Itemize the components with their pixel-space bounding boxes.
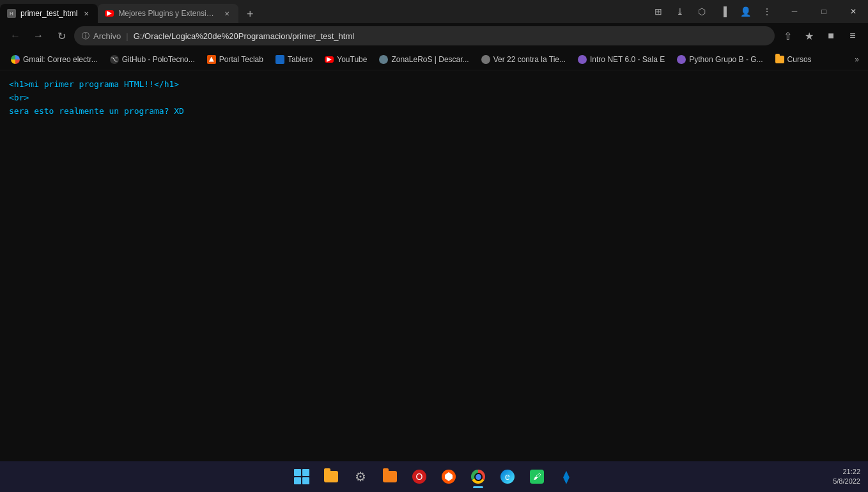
taskbar: ⚙ O e 🖌 ⧫: [0, 461, 868, 492]
tablero-favicon: [275, 54, 285, 65]
bookmark-youtube[interactable]: YouTube: [319, 51, 372, 68]
forward-button[interactable]: →: [28, 26, 49, 46]
bookmark-gmail-label: Gmail: Correo electr...: [23, 55, 98, 64]
downloads-icon[interactable]: ⤓: [670, 1, 690, 22]
bookmark-github[interactable]: ⌥ GitHub - PoloTecno...: [104, 51, 200, 68]
bookmarks-more[interactable]: »: [851, 53, 863, 66]
minimize-button[interactable]: ─: [780, 0, 809, 23]
bookmark-ver22-label: Ver 22 contra la Tie...: [493, 55, 566, 64]
url-path: G:/Oracle/Logica%20de%20Programacion/pri…: [134, 31, 354, 41]
portal-favicon: [206, 54, 217, 65]
menu-icon[interactable]: ⋮: [757, 1, 777, 22]
user-profile-nav-icon[interactable]: ≡: [842, 26, 863, 46]
bookmark-zona-label: ZonaLeRoS | Descar...: [391, 55, 469, 64]
taskbar-chrome-button[interactable]: [465, 464, 491, 489]
edge-icon: e: [500, 470, 515, 484]
gmail-favicon: [10, 54, 20, 65]
clock-time: 21:22: [842, 467, 860, 477]
tab-2-close[interactable]: ✕: [222, 8, 232, 19]
lock-icon: ⓘ: [82, 31, 89, 42]
bookmark-cursos[interactable]: Cursos: [770, 51, 817, 68]
tab-2[interactable]: Mejores Plugins y Extensiones de ✕: [98, 4, 238, 23]
tab-1-favicon: H: [6, 8, 17, 19]
taskbar-clock[interactable]: 21:22 5/8/2022: [833, 467, 860, 487]
taskbar-folder2-button[interactable]: [377, 464, 403, 489]
vscode-icon: ⧫: [559, 470, 573, 484]
gear-icon: ⚙: [355, 469, 366, 484]
close-button[interactable]: ✕: [839, 0, 868, 23]
bookmark-python[interactable]: Python Grupo B - G...: [671, 51, 768, 68]
bookmark-star-icon[interactable]: ★: [799, 26, 819, 46]
titlebar: H primer_test_html ✕ Mejores Plugins y E…: [0, 0, 868, 23]
bookmark-youtube-label: YouTube: [337, 55, 367, 64]
bookmark-zona[interactable]: ZonaLeRoS | Descar...: [373, 51, 474, 68]
chrome-icon: [471, 470, 485, 484]
sidebar-icon[interactable]: ▐: [713, 1, 734, 22]
bookmark-github-label: GitHub - PoloTecno...: [122, 55, 195, 64]
bookmark-python-label: Python Grupo B - G...: [689, 55, 763, 64]
tab-2-favicon: [104, 8, 114, 19]
github-favicon: ⌥: [109, 54, 120, 65]
tabs-area: H primer_test_html ✕ Mejores Plugins y E…: [0, 0, 648, 23]
ver22-favicon: [481, 54, 491, 65]
taskbar-right: 21:22 5/8/2022: [833, 461, 860, 492]
tab-1[interactable]: H primer_test_html ✕: [0, 4, 98, 23]
bookmark-intro-label: Intro NET 6.0 - Sala E: [590, 55, 665, 64]
navbar: ← → ↻ ⓘ Archivo | G:/Oracle/Logica%20de%…: [0, 23, 868, 49]
reload-button[interactable]: ↻: [51, 26, 72, 46]
tab-2-label: Mejores Plugins y Extensiones de: [118, 9, 218, 18]
bookmarks-bar: Gmail: Correo electr... ⌥ GitHub - PoloT…: [0, 49, 868, 70]
cursos-favicon: [775, 54, 785, 65]
bookmark-intro[interactable]: Intro NET 6.0 - Sala E: [572, 51, 670, 68]
brave-icon: [442, 470, 456, 484]
nav-right-icons: ⇧ ★ ■ ≡: [777, 26, 863, 46]
profiles-icon[interactable]: ⊞: [648, 1, 669, 22]
bookmark-cursos-label: Cursos: [787, 55, 812, 64]
paint-icon: 🖌: [530, 470, 544, 484]
taskbar-paint-button[interactable]: 🖌: [524, 464, 550, 489]
page-content: <h1>mi primer programa HTML!!</h1> <br> …: [0, 70, 868, 461]
opera-icon: O: [412, 470, 426, 484]
folder2-icon: [383, 471, 397, 482]
taskbar-edge-button[interactable]: e: [495, 464, 520, 489]
page-line-1: <h1>mi primer programa HTML!!</h1>: [9, 78, 859, 91]
extensions-icon[interactable]: ⬡: [692, 1, 712, 22]
bookmark-ver22[interactable]: Ver 22 contra la Tie...: [476, 51, 571, 68]
bookmark-tablero-label: Tablero: [288, 55, 313, 64]
bookmark-portal[interactable]: Portal Teclab: [201, 51, 268, 68]
page-line-3: sera esto realmente un programa? XD: [9, 105, 859, 118]
extension-puzzle-icon[interactable]: ■: [821, 26, 841, 46]
titlebar-icons: ⊞ ⤓ ⬡ ▐ 👤 ⋮: [648, 0, 780, 23]
profile-icon[interactable]: 👤: [735, 1, 756, 22]
back-button[interactable]: ←: [5, 26, 26, 46]
taskbar-windows-button[interactable]: [289, 464, 314, 489]
clock-date: 5/8/2022: [833, 477, 860, 486]
folder-icon: [324, 471, 338, 482]
url-protocol: Archivo: [93, 31, 121, 41]
bookmark-gmail[interactable]: Gmail: Correo electr...: [5, 51, 103, 68]
page-line-2: <br>: [9, 91, 859, 105]
maximize-button[interactable]: □: [809, 0, 839, 23]
address-bar[interactable]: ⓘ Archivo | G:/Oracle/Logica%20de%20Prog…: [74, 26, 775, 45]
taskbar-settings-button[interactable]: ⚙: [348, 464, 373, 489]
window-controls: ─ □ ✕: [780, 0, 868, 23]
taskbar-icons: ⚙ O e 🖌 ⧫: [289, 464, 579, 489]
tab-1-close[interactable]: ✕: [81, 8, 91, 19]
new-tab-button[interactable]: +: [241, 5, 259, 23]
taskbar-opera-button[interactable]: O: [407, 464, 432, 489]
windows-logo-icon: [294, 469, 309, 484]
zona-favicon: [378, 54, 389, 65]
taskbar-brave-button[interactable]: [436, 464, 461, 489]
share-icon[interactable]: ⇧: [777, 26, 798, 46]
youtube-favicon: [324, 54, 334, 65]
intro-favicon: [577, 54, 587, 65]
bookmark-portal-label: Portal Teclab: [219, 55, 263, 64]
taskbar-vscode-button[interactable]: ⧫: [554, 464, 579, 489]
tab-1-label: primer_test_html: [20, 9, 77, 18]
python-favicon: [676, 54, 686, 65]
taskbar-explorer-button[interactable]: [318, 464, 344, 489]
bookmark-tablero[interactable]: Tablero: [270, 51, 318, 68]
